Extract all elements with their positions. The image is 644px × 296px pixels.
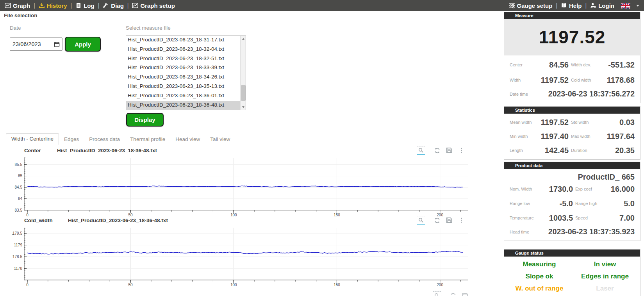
nav-label: Gauge setup [517,2,553,9]
more-options-icon[interactable] [457,146,466,155]
chart-toolbar [417,216,466,225]
stat-value: 1197.52 [535,118,569,127]
nav-login[interactable]: Login [590,2,614,9]
file-list-item[interactable]: Hist_ProductID_2023-06-23_18-34-26.txt [126,73,246,82]
zoom-select-icon[interactable] [433,291,441,296]
stat-value: 0.03 [601,118,635,127]
statistics-rows: Mean width 1197.52 Std width 0.03 Min wi… [504,114,640,159]
save-icon[interactable] [445,216,453,225]
scroll-up-button[interactable] [241,36,246,41]
date-field[interactable] [12,41,48,47]
product-label: Exp coef [575,185,599,192]
tab-thermal-profile[interactable]: Thermal profile [125,134,170,145]
refresh-icon[interactable] [433,216,441,225]
chart-line-icon [5,2,11,9]
tab-process-data[interactable]: Process data [84,134,125,145]
refresh-icon[interactable] [449,291,457,296]
stat-label: Std width [571,118,599,125]
zoom-select-icon[interactable] [417,216,425,225]
nav-graph[interactable]: Graph [5,2,30,9]
svg-text:85.5: 85.5 [15,162,23,167]
tab-head-view[interactable]: Head view [170,134,205,145]
svg-text:1178.5: 1178.5 [12,255,22,259]
nav-label: Login [598,2,614,9]
svg-text:1178: 1178 [14,266,22,271]
save-icon[interactable] [461,291,469,296]
file-list-item[interactable]: Hist_ProductID_2023-06-23_18-32-04.txt [126,45,246,55]
nav-right: Gauge setup | Help | Login [509,2,639,9]
tab-tail-view[interactable]: Tail view [205,134,235,145]
svg-text:84: 84 [18,196,23,201]
chart-plot-area[interactable]: 11781178.511791179.5050100150200 [12,225,469,290]
chart-subtitle: Hist_ProductID_2023-06-23_18-36-48.txt [68,218,168,223]
nav-graph-setup[interactable]: Graph setup [132,2,175,9]
file-list-item[interactable]: Hist_ProductID_2023-06-23_18-35-13.txt [126,82,246,92]
file-list-item[interactable]: Hist_ProductID_2023-06-23_18-36-01.txt [126,92,246,101]
measure-file-listbox[interactable]: Hist_ProductID_2023-06-23_18-31-17.txtHi… [126,36,246,110]
datetime-value: 2023-06-23 18:37:56.272 [535,90,635,98]
measure-value: 1178.68 [601,76,635,84]
file-list-item[interactable]: Hist_ProductID_2023-06-23_18-33-39.txt [126,64,246,73]
sliders-icon [509,2,515,9]
tab-edges[interactable]: Edges [59,134,84,145]
nav-help[interactable]: Help [561,2,582,9]
chevron-down-icon[interactable] [636,5,639,7]
product-rows: Nom. Width 1730.0 Exp coef 16.000 Range … [504,182,640,227]
file-selection-title: File selection [4,12,37,18]
product-value: 5.0 [602,199,635,208]
uk-flag-icon[interactable] [621,3,630,9]
measure-label: Width dev. [571,61,599,68]
chart-subtitle: Hist_ProductID_2023-06-23_18-36-48.txt [57,148,157,153]
product-value: 7.00 [602,214,635,222]
svg-text:200: 200 [437,283,443,287]
save-icon[interactable] [445,146,453,155]
product-value: 1003.5 [540,214,573,222]
nav-label: Diag [111,2,124,9]
svg-text:85: 85 [18,174,23,178]
file-list-item[interactable]: Hist_ProductID_2023-06-23_18-36-48.txt [126,101,246,110]
nav-separator: | [71,2,72,9]
scroll-down-button[interactable] [241,104,246,110]
apply-button[interactable]: Apply [65,37,101,52]
measure-panel: Measure 1197.52 Center 84.56 Width dev. … [504,12,640,103]
product-value: -5.0 [540,199,573,208]
stat-value: 142.45 [535,146,569,155]
head-time-value: 2023-06-23 18:37:35.923 [540,228,635,236]
top-nav-bar: Graph | History | Log | Diag | Graph set… [0,0,644,11]
listbox-scrollbar[interactable] [240,36,246,110]
file-list-item[interactable]: Hist_ProductID_2023-06-23_18-31-17.txt [126,36,246,45]
toolbar-divider [429,217,429,223]
arrow-up-icon [242,38,244,40]
nav-separator: | [585,2,587,9]
measure-label: Center [510,61,533,68]
refresh-icon[interactable] [433,146,441,155]
measure-value: 1197.52 [535,76,569,84]
nav-log[interactable]: Log [75,2,95,9]
chart-plot-area[interactable]: 83.58484.58585.5050100150200 [12,155,469,220]
measure-rows: Center 84.56 Width dev. -551.32 Width 11… [504,55,640,89]
more-options-icon[interactable] [457,216,466,225]
svg-text:83.5: 83.5 [15,208,23,212]
zoom-select-icon[interactable] [417,146,425,155]
calendar-icon[interactable] [54,41,60,47]
file-list-item[interactable]: Hist_ProductID_2023-06-23_18-32-51.txt [126,55,246,64]
tab-width-centerline[interactable]: Width - Centerline [6,133,59,145]
product-value: 1730.0 [540,185,573,193]
chart-title: Cold_width [24,218,53,223]
nav-gauge-setup[interactable]: Gauge setup [509,2,553,9]
display-button[interactable]: Display [126,113,164,127]
gauge-status-measuring: Measuring [507,260,572,269]
product-label: Range low [510,199,538,207]
measure-value: -551.32 [601,61,635,69]
nav-history[interactable]: History [39,2,67,9]
scrollbar-thumb[interactable] [241,85,246,101]
nav-left: Graph | History | Log | Diag | Graph set… [5,2,175,9]
product-panel-header: Product data [504,162,640,169]
date-label: Date [10,25,21,31]
date-input[interactable] [10,37,62,51]
view-tabs: Width - CenterlineEdgesProcess dataTherm… [6,134,235,145]
nav-label: Graph setup [140,2,175,9]
measure-datetime-row: Date time 2023-06-23 18:37:56.272 [504,89,640,103]
nav-diag[interactable]: Diag [103,2,124,9]
datetime-label: Date time [510,90,533,98]
